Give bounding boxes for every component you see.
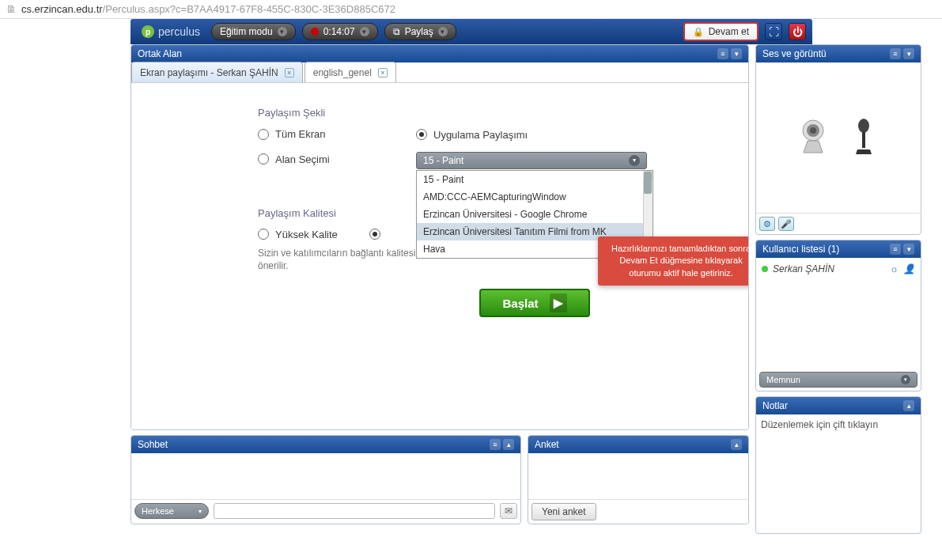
chat-input[interactable] — [214, 503, 495, 519]
panel-title: Anket — [535, 439, 559, 450]
content-area: Paylaşım Şekli Tüm Ekran Alan Seçimi — [131, 83, 748, 429]
webcam-icon — [797, 118, 829, 157]
status-selector[interactable]: Memnun ▾ — [759, 372, 917, 388]
send-button[interactable]: ✉ — [500, 503, 517, 519]
panel-title: Sohbet — [138, 439, 168, 450]
url-host: cs.erzincan.edu.tr — [21, 3, 103, 15]
dropdown-option[interactable]: 15 - Paint — [417, 171, 653, 188]
tab-english-genel[interactable]: english_genel × — [305, 62, 396, 82]
dropdown-option[interactable]: Erzincan Üniversitesi - Google Chrome — [417, 206, 653, 223]
selected-app: 15 - Paint — [423, 155, 463, 166]
menu-icon[interactable]: ≡ — [490, 439, 501, 450]
scroll-thumb[interactable] — [644, 172, 652, 194]
user-row[interactable]: Serkan ŞAHİN ☼ 👤 — [759, 261, 917, 277]
radio-label: Tüm Ekran — [275, 128, 326, 140]
yeni-anket-button[interactable]: Yeni anket — [532, 503, 596, 520]
timer-text: 0:14:07 — [323, 26, 355, 37]
chevron-down-icon: ▾ — [629, 155, 640, 166]
power-button[interactable]: ⏻ — [789, 23, 806, 40]
chevron-down-icon: ▾ — [278, 27, 287, 36]
notlar-panel: Notlar ▴ Düzenlemek için çift tıklayın — [755, 396, 921, 534]
collapse-icon[interactable]: ▴ — [731, 439, 742, 450]
svg-point-2 — [810, 127, 816, 134]
panel-title: Ortak Alan — [138, 48, 182, 59]
close-icon[interactable]: × — [378, 68, 388, 78]
chevron-down-icon: ▾ — [199, 508, 202, 515]
tab-screen-share[interactable]: Ekran paylaşımı - Serkan ŞAHİN × — [131, 62, 303, 82]
record-icon — [311, 28, 319, 36]
user-name: Serkan ŞAHİN — [773, 263, 834, 274]
radio-label: Uygulama Paylaşımı — [433, 129, 528, 141]
panel-header: Ortak Alan ≡ ▾ — [131, 45, 748, 62]
collapse-icon[interactable]: ▾ — [903, 244, 914, 255]
radio-alan-secimi[interactable]: Alan Seçimi — [258, 153, 330, 165]
tooltip: Hazırlıklarınızı tamamladıktan sonra Dev… — [598, 236, 749, 286]
topbar: p perculus Eğitim modu ▾ 0:14:07 ▾ ⧉ Pay… — [131, 19, 812, 44]
logo-icon: p — [142, 25, 154, 38]
radio-label: Yüksek Kalite — [275, 229, 338, 240]
mode-selector[interactable]: Eğitim modu ▾ — [211, 23, 296, 40]
radio-icon — [258, 129, 269, 140]
tab-label: english_genel — [313, 67, 372, 78]
status-dot-icon — [762, 266, 768, 272]
collapse-icon[interactable]: ▾ — [903, 48, 914, 59]
panel-title: Ses ve görüntü — [762, 48, 827, 59]
dropdown-option[interactable]: AMD:CCC-AEMCapturingWindow — [417, 188, 653, 206]
collapse-icon[interactable]: ▴ — [503, 439, 514, 450]
anket-body — [528, 453, 748, 499]
radio-icon — [369, 229, 380, 240]
menu-icon[interactable]: ≡ — [890, 48, 901, 59]
ortak-alan-panel: Ortak Alan ≡ ▾ Ekran paylaşımı - Serkan … — [131, 44, 749, 430]
chevron-down-icon: ▾ — [438, 27, 448, 36]
chat-target-selector[interactable]: Herkese ▾ — [134, 503, 209, 519]
lock-icon: 🔒 — [693, 27, 704, 37]
status-label: Memnun — [766, 375, 800, 384]
close-icon[interactable]: × — [285, 68, 294, 78]
radio-quality-2[interactable] — [369, 229, 380, 240]
radio-icon — [258, 153, 269, 165]
menu-icon[interactable]: ≡ — [890, 244, 901, 255]
svg-rect-4 — [862, 132, 865, 148]
fullscreen-button[interactable]: ⛶ — [765, 23, 782, 40]
devam-label: Devam et — [709, 26, 749, 37]
url-bar: 🗎 cs.erzincan.edu.tr/Perculus.aspx?c=B7A… — [0, 0, 942, 19]
brand-text: perculus — [158, 25, 200, 38]
radio-tum-ekran[interactable]: Tüm Ekran — [258, 128, 326, 140]
chevron-down-icon: ▾ — [901, 375, 910, 384]
mode-label: Eğitim modu — [220, 26, 273, 37]
panel-title: Notlar — [762, 400, 788, 411]
share-pill[interactable]: ⧉ Paylaş ▾ — [384, 23, 456, 40]
settings-button[interactable]: ⚙ — [759, 217, 775, 231]
gear-icon[interactable]: ☼ — [890, 263, 898, 274]
timer-pill[interactable]: 0:14:07 ▾ — [302, 23, 378, 40]
ses-goruntu-panel: Ses ve görüntü ≡ ▾ ⚙ 🎤 — [755, 44, 921, 235]
user-icon[interactable]: 👤 — [903, 263, 915, 274]
kullanici-listesi-panel: Kullanıcı listesi (1) ≡ ▾ Serkan ŞAHİN ☼… — [755, 240, 921, 392]
tabs: Ekran paylaşımı - Serkan ŞAHİN × english… — [131, 62, 748, 83]
button-label: Yeni anket — [542, 506, 586, 517]
baslat-button[interactable]: Başlat ▶ — [479, 289, 590, 317]
mic-test-button[interactable]: 🎤 — [778, 217, 794, 231]
tab-label: Ekran paylaşımı - Serkan ŞAHİN — [140, 67, 278, 78]
radio-icon — [416, 129, 427, 140]
collapse-icon[interactable]: ▴ — [903, 400, 914, 411]
start-label: Başlat — [502, 297, 538, 310]
menu-icon[interactable]: ≡ — [717, 48, 728, 59]
microphone-icon — [848, 118, 880, 157]
panel-title: Kullanıcı listesi (1) — [762, 244, 839, 255]
collapse-icon[interactable]: ▾ — [731, 48, 742, 59]
target-label: Herkese — [142, 506, 174, 516]
radio-icon — [258, 229, 269, 240]
app-selector[interactable]: 15 - Paint ▾ 15 - Paint AMD:CCC-AEMCaptu… — [416, 152, 647, 169]
sohbet-panel: Sohbet ≡ ▴ Herkese ▾ ✉ — [131, 435, 521, 524]
devam-button[interactable]: 🔒 Devam et — [683, 22, 759, 41]
radio-yuksek-kalite[interactable]: Yüksek Kalite — [258, 229, 338, 240]
logo: p perculus — [137, 25, 205, 38]
radio-label: Alan Seçimi — [275, 153, 330, 165]
anket-panel: Anket ▴ Yeni anket — [528, 435, 749, 524]
notes-body[interactable]: Düzenlemek için çift tıklayın — [756, 414, 921, 533]
chat-body — [131, 453, 520, 499]
url-path: /Perculus.aspx?c=B7AA4917-67F8-455C-830C… — [103, 3, 395, 15]
svg-point-3 — [858, 119, 869, 133]
radio-uygulama[interactable]: Uygulama Paylaşımı — [416, 129, 528, 141]
